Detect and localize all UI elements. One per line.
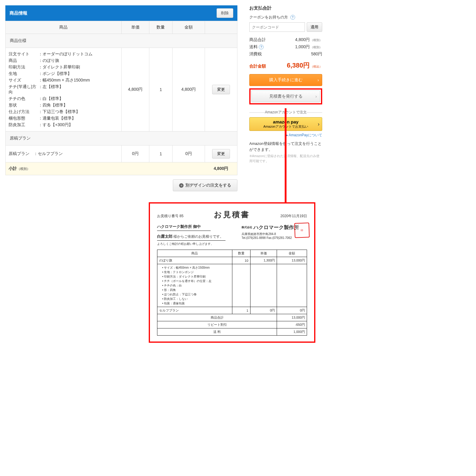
cart-header-title: 商品情報 [10, 10, 27, 16]
other-design-button[interactable]: ＋別デザインの注文をする [173, 179, 237, 191]
spec-section-label: 商品仕様 [6, 34, 237, 48]
col-amount: 金額 [172, 21, 205, 34]
sum-goods: 商品合計 4,800円（税別） [249, 37, 322, 43]
sum-ship: 送料? 1,000円（税別） [249, 44, 322, 50]
sum-tax: 消費税 580円 [249, 51, 322, 57]
cart-table: 商品 単価 数量 金額 商品仕様 注文サイトオーダーのぼりドットコム 商品のぼり… [5, 21, 237, 175]
coupon-label: クーポンをお持ちの方 ? [249, 15, 322, 20]
spec-cell: 注文サイトオーダーのぼりドットコム 商品のぼり旗 印刷方法ダイレクト昇華印刷 生… [6, 48, 122, 131]
plan-price: 0円 [121, 145, 149, 162]
col-action [205, 21, 237, 34]
item-qty: 1 [149, 48, 172, 131]
quote-button[interactable]: 見積書を発行する › [251, 90, 320, 102]
amazon-note: ※Amazonに登録された決済情報、配送先のみ使用可能です。 [249, 154, 322, 163]
amazon-desc: Amazon登録情報を使って注文を行うことができます。 [249, 141, 322, 152]
chevron-right-icon: › [317, 78, 319, 82]
amazon-pay-button[interactable]: amazon pay Amazonアカウントでお支払い › [249, 117, 322, 131]
help-icon[interactable]: ? [290, 15, 295, 20]
coupon-input[interactable] [249, 22, 305, 32]
item-unit-price: 4,800円 [121, 48, 149, 131]
chevron-right-icon: › [315, 94, 317, 99]
quote-highlight-box: 見積書を発行する › [249, 88, 322, 104]
change-item-button[interactable]: 変更 [212, 85, 230, 94]
help-icon[interactable]: ? [259, 45, 264, 49]
plus-icon: ＋ [179, 183, 184, 188]
subtotal-value: 4,800円 [205, 162, 237, 175]
plan-section-label: 原稿プラン [6, 131, 237, 145]
apply-coupon-button[interactable]: 適用 [307, 22, 322, 32]
proceed-button[interactable]: 購入手続きに進む › [249, 74, 322, 86]
col-product: 商品 [6, 21, 122, 34]
cart-header: 商品情報 削除 [5, 5, 237, 21]
col-qty: 数量 [149, 21, 172, 34]
change-plan-button[interactable]: 変更 [212, 149, 230, 159]
amazon-info-link[interactable]: ▶AmazonPayについて [249, 133, 322, 138]
plan-qty: 1 [149, 145, 172, 162]
triangle-right-icon: ▶ [285, 133, 288, 137]
subtotal-note: （税別） [17, 167, 30, 170]
amazon-separator: Amazonアカウントで注文 [249, 110, 322, 115]
col-unit-price: 単価 [121, 21, 149, 34]
total-line: 合計金額 6,380円（税込） [249, 61, 322, 70]
item-amount: 4,800円 [172, 48, 205, 131]
chevron-right-icon: › [318, 121, 320, 127]
plan-amount: 0円 [172, 145, 205, 162]
delete-button[interactable]: 削除 [217, 8, 233, 18]
plan-cell: 原稿プラン ：セルフプラン [6, 145, 122, 162]
summary-title: お支払合計 [249, 5, 322, 11]
subtotal-label: 小計 [9, 166, 17, 171]
